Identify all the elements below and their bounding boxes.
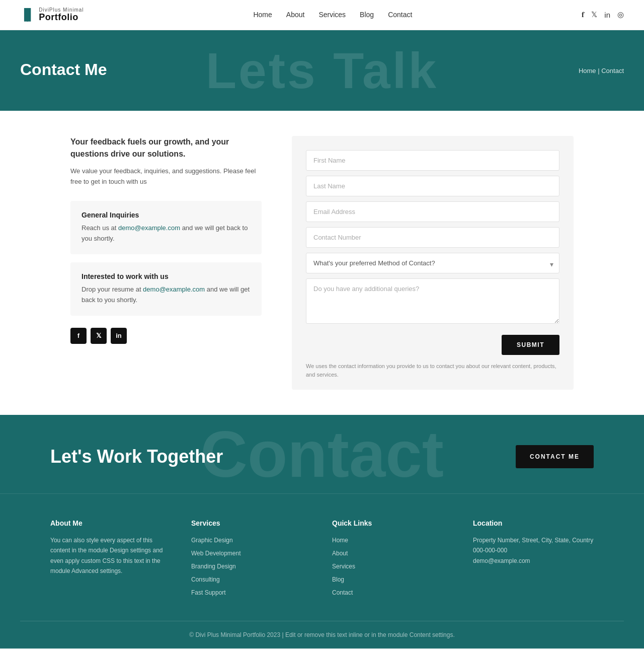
cta-inner: Let's Work Together CONTACT ME (50, 445, 594, 468)
footer-about-title: About Me (50, 519, 171, 527)
service-graphic-design[interactable]: Graphic Design (191, 537, 233, 544)
card1-email[interactable]: demo@example.com (118, 224, 180, 232)
submit-button[interactable]: SUBMIT (502, 335, 559, 355)
footer-location-title: Location (473, 519, 594, 527)
breadcrumb-current: Contact (601, 66, 624, 74)
service-consulting[interactable]: Consulting (191, 576, 220, 583)
footer-services: Services Graphic Design Web Development … (191, 519, 312, 601)
last-name-input[interactable] (306, 176, 559, 196)
service-fast-support[interactable]: Fast Support (191, 589, 226, 596)
logo[interactable]: ▐▌ DiviPlus Minimal Portfolio (20, 7, 84, 23)
facebook-btn[interactable]: f (70, 328, 87, 344)
general-inquiries-card: General Inquiries Reach us at demo@examp… (70, 201, 262, 254)
nav-contact[interactable]: Contact (388, 11, 412, 19)
service-branding-design[interactable]: Branding Design (191, 563, 236, 570)
breadcrumb: Home | Contact (579, 66, 624, 74)
footer-services-title: Services (191, 519, 312, 527)
hero-banner: Lets Talk Contact Me Home | Contact (0, 30, 644, 111)
main-content: Your feedback fuels our growth, and your… (50, 136, 594, 390)
additional-queries-textarea[interactable] (306, 278, 559, 324)
hero-title: Contact Me (20, 60, 624, 79)
footer-link-home[interactable]: Home (332, 537, 348, 544)
card1-title: General Inquiries (82, 211, 251, 219)
logo-bottom-text: Portfolio (39, 13, 84, 23)
logo-icon: ▐▌ (20, 8, 34, 21)
navbar: ▐▌ DiviPlus Minimal Portfolio Home About… (0, 0, 644, 30)
footer-grid: About Me You can also style every aspect… (50, 519, 594, 621)
submit-row: SUBMIT (306, 335, 559, 355)
footer-quick-links: Quick Links Home About Services Blog Con… (332, 519, 453, 601)
footer-location-phone: 000-000-000 (473, 545, 594, 555)
nav-links: Home About Services Blog Contact (253, 10, 412, 19)
footer-link-contact[interactable]: Contact (332, 589, 353, 596)
card2-email[interactable]: demo@example.com (143, 285, 205, 293)
card2-body: Drop your resume at demo@example.com and… (82, 284, 251, 306)
email-input[interactable] (306, 201, 559, 222)
linkedin-btn[interactable]: in (111, 328, 127, 344)
nav-home[interactable]: Home (253, 11, 272, 19)
card2-title: Interested to work with us (82, 272, 251, 280)
footer-copyright: © Divi Plus Minimal Portfolio 2023 | Edi… (189, 631, 455, 638)
footer-bottom: © Divi Plus Minimal Portfolio 2023 | Edi… (20, 621, 624, 638)
footer-link-blog[interactable]: Blog (332, 576, 344, 583)
work-with-us-card: Interested to work with us Drop your res… (70, 262, 262, 316)
cta-section: Contact Let's Work Together CONTACT ME (0, 415, 644, 493)
footer-location-address: Property Number, Street, City, State, Co… (473, 535, 594, 545)
footer-location-email: demo@example.com (473, 556, 594, 566)
footer-about-text: You can also style every aspect of this … (50, 535, 171, 576)
phone-input[interactable] (306, 227, 559, 248)
cta-contact-button[interactable]: CONTACT ME (516, 445, 594, 468)
footer-about: About Me You can also style every aspect… (50, 519, 171, 601)
footer-link-about[interactable]: About (332, 550, 348, 557)
nav-social: 𝐟 𝕏 in ◎ (582, 10, 624, 19)
footer-link-services[interactable]: Services (332, 563, 355, 570)
footer-location: Location Property Number, Street, City, … (473, 519, 594, 601)
social-icons: f 𝕏 in (70, 328, 262, 344)
cta-title: Let's Work Together (50, 446, 223, 467)
footer: About Me You can also style every aspect… (0, 493, 644, 648)
first-name-input[interactable] (306, 150, 559, 171)
service-web-development[interactable]: Web Development (191, 550, 241, 557)
instagram-icon[interactable]: ◎ (617, 10, 624, 19)
description: We value your feedback, inquiries, and s… (70, 166, 262, 187)
tagline: Your feedback fuels our growth, and your… (70, 136, 262, 160)
twitter-btn[interactable]: 𝕏 (91, 328, 107, 344)
contact-method-select[interactable]: What's your preferred Method of Contact?… (306, 253, 559, 273)
facebook-icon[interactable]: 𝐟 (582, 10, 584, 19)
footer-links-title: Quick Links (332, 519, 453, 527)
contact-method-wrapper: What's your preferred Method of Contact?… (306, 253, 559, 278)
card1-body: Reach us at demo@example.com and we will… (82, 223, 251, 244)
left-column: Your feedback fuels our growth, and your… (70, 136, 262, 344)
nav-about[interactable]: About (286, 11, 305, 19)
nav-blog[interactable]: Blog (360, 11, 374, 19)
contact-form: What's your preferred Method of Contact?… (292, 136, 574, 390)
linkedin-icon[interactable]: in (604, 11, 610, 19)
footer-links-list: Home About Services Blog Contact (332, 535, 453, 597)
twitter-icon[interactable]: 𝕏 (591, 10, 597, 19)
breadcrumb-home[interactable]: Home (579, 66, 596, 74)
nav-services[interactable]: Services (318, 11, 346, 19)
footer-services-list: Graphic Design Web Development Branding … (191, 535, 312, 597)
form-disclaimer: We uses the contact information you prov… (306, 362, 559, 380)
